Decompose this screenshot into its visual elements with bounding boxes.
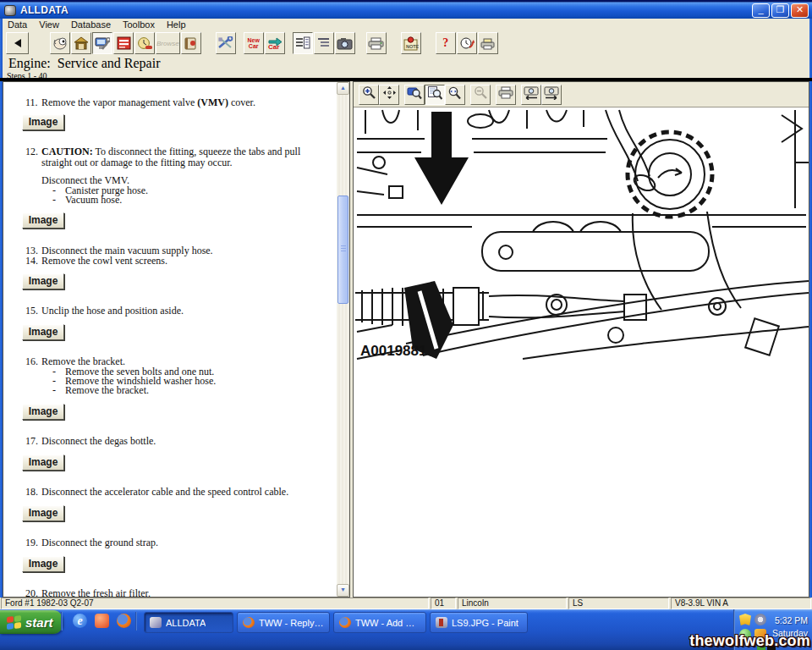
- svg-text:NOTE: NOTE: [406, 44, 419, 49]
- zoom-out-button: [470, 85, 491, 105]
- internet-explorer-icon[interactable]: e: [73, 614, 87, 628]
- firefox-task-icon: [243, 617, 255, 628]
- menu-view[interactable]: View: [34, 19, 66, 30]
- article-text-button[interactable]: [293, 32, 313, 54]
- page-title: Engine: Service and Repair: [3, 55, 809, 71]
- procedure-steps-panel: 11. Remove the vapor management valve (V…: [3, 81, 350, 598]
- fit-window-button[interactable]: [425, 85, 445, 105]
- dog-icon: [52, 36, 68, 51]
- image-button-step14[interactable]: Image: [22, 273, 64, 289]
- new-car-icon: NewCar: [247, 37, 259, 49]
- image-button-step18[interactable]: Image: [22, 505, 64, 521]
- previous-image-button[interactable]: [521, 85, 541, 105]
- used-car-button[interactable]: Car: [265, 32, 285, 54]
- image-button-step15[interactable]: Image: [22, 324, 64, 340]
- printer-icon: [368, 37, 384, 50]
- computer-wrench-icon: [95, 36, 110, 51]
- scrollbar-thumb[interactable]: [337, 196, 348, 304]
- image-button-step16[interactable]: Image: [22, 404, 64, 420]
- window-title: ALLDATA: [20, 4, 69, 16]
- status-bar: Ford #1 1982-03 Q2-07 01 Lincoln LS V8-3…: [0, 598, 812, 609]
- dynamic-magnifier-icon: [447, 85, 463, 103]
- illustration-panel: A0019881: [353, 81, 809, 598]
- quicklaunch-separator: [61, 612, 63, 631]
- estimator-button[interactable]: [134, 32, 155, 54]
- help-button[interactable]: ?: [436, 32, 456, 54]
- text-page-icon: [295, 36, 310, 50]
- zoom-in-icon: [362, 85, 376, 103]
- engine-diagram: A0019881: [354, 108, 809, 362]
- windows-flag-icon: [7, 614, 21, 629]
- figure-label: A0019881: [360, 343, 426, 359]
- tools-button[interactable]: [216, 32, 236, 54]
- car-arrow-icon: Car: [266, 36, 283, 51]
- steps-scrollbar[interactable]: ▲ ▼: [337, 82, 349, 597]
- menu-database[interactable]: Database: [66, 19, 118, 30]
- image-button-step19[interactable]: Image: [22, 556, 64, 572]
- paint-task-icon: [436, 617, 447, 628]
- step-17: 17.Disconnect the degas bottle.: [25, 436, 328, 447]
- list-lines-icon: [317, 37, 331, 49]
- task-tww-reply[interactable]: TWW - Reply to Topic...: [237, 612, 330, 633]
- repair-button[interactable]: [92, 32, 112, 54]
- quick-launch: e: [73, 614, 131, 628]
- history-button[interactable]: [457, 32, 477, 54]
- region-magnifier-icon: [407, 85, 422, 103]
- messenger-icon[interactable]: [754, 614, 766, 625]
- clock-car-icon: [137, 36, 152, 51]
- status-engine: V8-3.9L VIN A: [671, 598, 811, 609]
- status-code: 01: [431, 598, 456, 609]
- browse-button[interactable]: Browse: [156, 32, 180, 54]
- mascot-button[interactable]: [50, 32, 70, 54]
- book-button[interactable]: [181, 32, 201, 54]
- new-car-button[interactable]: NewCar: [244, 32, 264, 54]
- menu-toolbox[interactable]: Toolbox: [118, 19, 162, 30]
- step-11: 11. Remove the vapor management valve (V…: [25, 97, 328, 108]
- menu-data[interactable]: Data: [3, 19, 34, 30]
- restore-button[interactable]: ❐: [771, 3, 789, 18]
- app-icon: [4, 5, 16, 16]
- step-18: 18.Disconnect the accelerator cable and …: [25, 487, 328, 498]
- garage-icon: [74, 36, 89, 50]
- note-button[interactable]: NOTE: [401, 32, 421, 54]
- fax-printer-icon: [480, 37, 496, 50]
- step-19: 19.Disconnect the ground strap.: [25, 537, 328, 548]
- step-14: 14.Remove the cowl vent screens.: [25, 256, 328, 267]
- task-paint[interactable]: LS9.JPG - Paint: [430, 612, 528, 633]
- zoom-dynamic-button[interactable]: [445, 85, 465, 105]
- task-tww-photos[interactable]: TWW - Add Photos - ...: [333, 612, 426, 633]
- image-button-step12[interactable]: Image: [22, 212, 64, 229]
- fax-print-button[interactable]: [478, 32, 498, 54]
- media-app-icon[interactable]: [95, 614, 109, 628]
- print-image-button[interactable]: [496, 85, 516, 105]
- hand-tools-icon: [217, 36, 233, 50]
- history-clock-icon: [459, 36, 475, 50]
- security-shield-icon[interactable]: [739, 614, 751, 625]
- outline-button[interactable]: [314, 32, 334, 54]
- zoom-in-button[interactable]: [359, 85, 379, 105]
- tsb-icon: [117, 36, 131, 50]
- step-16-bullet-3: -Remove the bracket.: [52, 385, 149, 395]
- garage-button[interactable]: [71, 32, 91, 54]
- status-model: LS: [568, 598, 669, 609]
- back-button[interactable]: [6, 32, 29, 54]
- menu-help[interactable]: Help: [162, 19, 193, 30]
- zoom-region-button[interactable]: [404, 85, 425, 105]
- pan-button[interactable]: [379, 85, 399, 105]
- zoom-out-icon: [474, 85, 488, 103]
- camera-button[interactable]: [335, 32, 355, 54]
- browse-label: Browse: [156, 40, 179, 47]
- scroll-down-button[interactable]: ▼: [337, 584, 349, 597]
- image-button-step17[interactable]: Image: [22, 454, 64, 471]
- step-15: 15.Unclip the hose and position aside.: [25, 306, 328, 317]
- next-image-button[interactable]: [541, 85, 562, 105]
- scroll-up-button[interactable]: ▲: [337, 82, 349, 95]
- start-button[interactable]: start: [0, 610, 63, 634]
- minimize-button[interactable]: _: [752, 3, 770, 18]
- close-button[interactable]: ✕: [791, 3, 809, 18]
- task-alldata[interactable]: ALLDATA: [144, 612, 233, 633]
- tsb-button[interactable]: [113, 32, 134, 54]
- print-button[interactable]: [366, 32, 387, 54]
- firefox-icon[interactable]: [117, 614, 131, 628]
- image-button-step11[interactable]: Image: [22, 114, 64, 130]
